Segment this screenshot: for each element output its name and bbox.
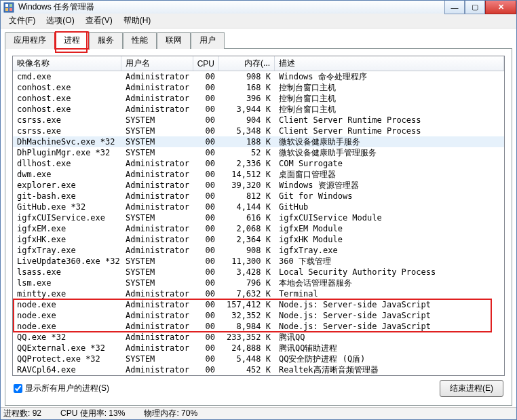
statusbar: 进程数: 92 CPU 使用率: 13% 物理内存: 70%: [1, 407, 516, 419]
table-row[interactable]: conhost.exeAdministrator003,944 K控制台窗口主机: [13, 104, 504, 115]
cell-mem: 14,512 K: [219, 170, 275, 179]
table-row[interactable]: DhMachineSvc.exe *32SYSTEM00188 K微软设备健康助…: [13, 136, 504, 147]
col-header-user[interactable]: 用户名: [121, 56, 193, 71]
table-row[interactable]: LiveUpdate360.exe *32SYSTEM0011,300 K360…: [13, 256, 504, 267]
cell-cpu: 00: [193, 72, 219, 81]
table-body[interactable]: cmd.exeAdministrator00908 KWindows 命令处理程…: [13, 71, 504, 375]
table-row[interactable]: dllhost.exeAdministrator002,336 KCOM Sur…: [13, 158, 504, 169]
table-row[interactable]: igfxHK.exeAdministrator002,364 KigfxHK M…: [13, 234, 504, 245]
menu-view[interactable]: 查看(V): [80, 14, 118, 28]
cell-user: Administrator: [121, 159, 193, 168]
cell-mem: 2,068 K: [219, 224, 275, 233]
cell-mem: 32,352 K: [219, 311, 275, 320]
cell-user: Administrator: [121, 343, 193, 353]
cell-mem: 233,352 K: [219, 332, 275, 342]
cell-user: Administrator: [121, 94, 193, 103]
cell-name: node.exe: [13, 311, 121, 320]
close-button[interactable]: ✕: [485, 1, 516, 14]
cell-name: LiveUpdate360.exe *32: [13, 256, 121, 266]
cell-name: igfxEM.exe: [13, 224, 121, 233]
table-row[interactable]: node.exeAdministrator0032,352 KNode.js: …: [13, 310, 504, 321]
table-row[interactable]: QQProtect.exe *32SYSTEM005,448 KQQ安全防护进程…: [13, 354, 504, 364]
cell-user: SYSTEM: [121, 278, 193, 288]
tab-strip: 应用程序 进程 服务 性能 联网 用户: [5, 31, 512, 49]
tab-performance[interactable]: 性能: [123, 32, 157, 49]
table-row[interactable]: node.exeAdministrator00157,412 KNode.js:…: [13, 299, 504, 310]
cell-mem: 157,412 K: [219, 300, 275, 309]
table-row[interactable]: GitHub.exe *32Administrator004,144 KGitH…: [13, 202, 504, 212]
table-row[interactable]: RAVCpl64.exeAdministrator00452 KRealtek高…: [13, 364, 504, 375]
cell-mem: 2,336 K: [219, 159, 275, 168]
table-row[interactable]: QQ.exe *32Administrator00233,352 K腾讯QQ: [13, 332, 504, 343]
cell-cpu: 00: [193, 235, 219, 244]
cell-mem: 3,428 K: [219, 267, 275, 277]
show-all-users-checkbox[interactable]: 显示所有用户的进程(S): [14, 383, 109, 394]
col-header-cpu[interactable]: CPU: [193, 56, 219, 71]
table-row[interactable]: DhPluginMgr.exe *32SYSTEM0052 K微软设备健康助手管…: [13, 147, 504, 158]
col-header-desc[interactable]: 描述: [275, 56, 504, 71]
tab-applications[interactable]: 应用程序: [5, 32, 55, 49]
cell-user: Administrator: [121, 224, 193, 233]
status-process-count: 进程数: 92: [3, 408, 41, 419]
cell-desc: Node.js: Server-side JavaScript: [275, 322, 504, 331]
cell-desc: 腾讯QQ辅助进程: [275, 343, 504, 354]
end-process-button[interactable]: 结束进程(E): [440, 380, 503, 397]
tab-processes[interactable]: 进程: [55, 32, 89, 49]
cell-desc: igfxEM Module: [275, 224, 504, 233]
table-row[interactable]: csrss.exeSYSTEM00904 KClient Server Runt…: [13, 115, 504, 126]
menu-file[interactable]: 文件(F): [3, 14, 41, 28]
table-row[interactable]: igfxCUIService.exeSYSTEM00616 KigfxCUISe…: [13, 212, 504, 223]
cell-name: node.exe: [13, 322, 121, 331]
table-row[interactable]: git-bash.exeAdministrator00812 KGit for …: [13, 191, 504, 202]
cell-user: Administrator: [121, 365, 193, 375]
show-all-users-input[interactable]: [14, 384, 22, 393]
table-row[interactable]: dwm.exeAdministrator0014,512 K桌面窗口管理器: [13, 169, 504, 180]
cell-user: Administrator: [121, 332, 193, 342]
cell-name: node.exe: [13, 300, 121, 309]
cell-user: Administrator: [121, 235, 193, 244]
cell-cpu: 00: [193, 246, 219, 255]
cell-user: SYSTEM: [121, 256, 193, 266]
tab-networking[interactable]: 联网: [157, 32, 191, 49]
table-row[interactable]: explorer.exeAdministrator0039,320 KWindo…: [13, 180, 504, 191]
table-header: 映像名称 用户名 CPU 内存(... 描述: [13, 56, 504, 71]
cell-desc: Terminal: [275, 289, 504, 299]
cell-mem: 168 K: [219, 83, 275, 92]
cell-desc: GitHub: [275, 202, 504, 212]
tab-services[interactable]: 服务: [89, 32, 123, 49]
table-row[interactable]: lsm.exeSYSTEM00796 K本地会话管理器服务: [13, 278, 504, 288]
cell-user: Administrator: [121, 322, 193, 331]
cell-user: Administrator: [121, 72, 193, 81]
window-title: Windows 任务管理器: [18, 1, 94, 13]
menu-help[interactable]: 帮助(H): [118, 14, 157, 28]
minimize-button[interactable]: —: [444, 1, 465, 14]
table-row[interactable]: cmd.exeAdministrator00908 KWindows 命令处理程…: [13, 71, 504, 82]
maximize-button[interactable]: ▢: [465, 1, 485, 14]
table-row[interactable]: QQExternal.exe *32Administrator0024,888 …: [13, 343, 504, 354]
table-row[interactable]: csrss.exeSYSTEM005,348 KClient Server Ru…: [13, 126, 504, 136]
table-row[interactable]: conhost.exeAdministrator00396 K控制台窗口主机: [13, 93, 504, 104]
tab-users[interactable]: 用户: [191, 32, 225, 49]
cell-mem: 188 K: [219, 137, 275, 147]
table-row[interactable]: node.exeAdministrator008,984 KNode.js: S…: [13, 321, 504, 332]
cell-desc: Node.js: Server-side JavaScript: [275, 300, 504, 309]
col-header-mem[interactable]: 内存(...: [219, 56, 275, 71]
cell-cpu: 00: [193, 115, 219, 125]
cell-cpu: 00: [193, 126, 219, 136]
table-row[interactable]: mintty.exeAdministrator007,632 KTerminal: [13, 288, 504, 299]
table-row[interactable]: igfxTray.exeAdministrator00908 KigfxTray…: [13, 245, 504, 256]
col-header-name[interactable]: 映像名称: [13, 56, 121, 71]
cell-user: SYSTEM: [121, 354, 193, 364]
cell-desc: Client Server Runtime Process: [275, 115, 504, 125]
menu-options[interactable]: 选项(O): [41, 14, 79, 28]
cell-mem: 616 K: [219, 213, 275, 223]
titlebar[interactable]: Windows 任务管理器 — ▢ ✕: [1, 1, 516, 14]
table-row[interactable]: igfxEM.exeAdministrator002,068 KigfxEM M…: [13, 223, 504, 234]
table-row[interactable]: lsass.exeSYSTEM003,428 KLocal Security A…: [13, 267, 504, 278]
cell-name: csrss.exe: [13, 115, 121, 125]
cell-desc: 腾讯QQ: [275, 332, 504, 343]
table-row[interactable]: conhost.exeAdministrator00168 K控制台窗口主机: [13, 82, 504, 93]
cell-cpu: 00: [193, 191, 219, 201]
cell-user: Administrator: [121, 289, 193, 299]
cell-name: igfxTray.exe: [13, 246, 121, 255]
